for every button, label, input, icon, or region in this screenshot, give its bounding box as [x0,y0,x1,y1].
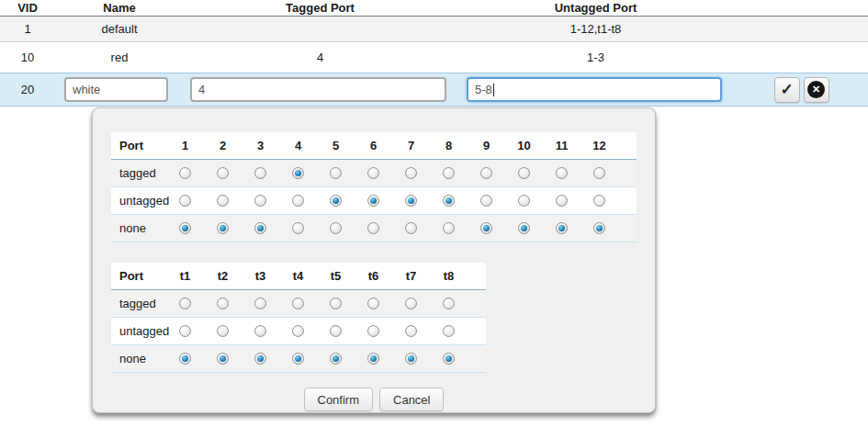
port-column-header-4: 4 [279,139,317,152]
radio-none-port-2[interactable] [217,222,229,234]
radio-cell [468,222,505,234]
radio-none-port-6[interactable] [367,222,379,234]
radio-cell [166,325,204,337]
column-header-vid: VID [0,0,55,16]
radio-none-port-10[interactable] [518,222,530,234]
radio-tagged-port-1[interactable] [179,167,191,179]
radio-cell [355,222,392,234]
radio-untagged-port-1[interactable] [179,195,191,207]
port-column-header-t4: t4 [279,269,317,283]
cancel-button[interactable]: Cancel [379,388,444,411]
discard-button[interactable]: ✕ [804,77,829,103]
radio-none-port-11[interactable] [556,222,568,234]
vlan-row-default[interactable]: 1 default 1-12,t1-t8 [0,17,868,42]
radio-cell [166,353,204,365]
radio-untagged-port-12[interactable] [593,195,605,207]
radio-tagged-port-10[interactable] [518,167,530,179]
radio-tagged-port-6[interactable] [367,167,379,179]
radio-none-port-t4[interactable] [292,353,304,365]
radio-tagged-port-4[interactable] [292,167,304,179]
apply-button[interactable]: ✓ [774,77,800,103]
radio-untagged-port-t2[interactable] [217,325,229,337]
confirm-button[interactable]: Confirm [304,388,374,411]
mode-label-none: none [111,221,166,235]
radio-none-port-t8[interactable] [443,353,455,365]
radio-untagged-port-t5[interactable] [330,325,342,337]
radio-tagged-port-t6[interactable] [367,298,379,309]
vlan-edit-row: 20 5-8 ✓ ✕ [0,73,868,107]
radio-none-port-t1[interactable] [179,353,191,365]
port-header-label: Port [111,269,166,283]
radio-cell [543,167,581,179]
port-column-header-10: 10 [505,139,543,152]
radio-cell [392,353,430,365]
radio-cell [204,298,242,309]
radio-untagged-port-6[interactable] [367,195,379,207]
radio-none-port-12[interactable] [593,222,605,234]
radio-none-port-9[interactable] [480,222,492,234]
radio-none-port-8[interactable] [443,222,455,234]
radio-none-port-3[interactable] [254,222,266,234]
untagged-port-cell: 1-3 [457,42,735,73]
radio-untagged-port-9[interactable] [480,195,492,207]
radio-untagged-port-t3[interactable] [254,325,266,337]
vlan-row-red[interactable]: 10 red 4 1-3 [0,42,868,73]
radio-tagged-port-t4[interactable] [292,298,304,309]
radio-none-port-t2[interactable] [217,353,229,365]
radio-untagged-port-8[interactable] [443,195,455,207]
radio-untagged-port-7[interactable] [405,195,417,207]
radio-untagged-port-11[interactable] [556,195,568,207]
radio-tagged-port-t8[interactable] [443,298,455,309]
radio-untagged-port-t4[interactable] [292,325,304,337]
radio-cell [242,167,279,179]
port-column-header-6: 6 [355,139,392,152]
radio-cell [355,167,392,179]
radio-untagged-port-t7[interactable] [405,325,417,337]
radio-none-port-4[interactable] [292,222,304,234]
radio-untagged-port-t6[interactable] [367,325,379,337]
radio-none-port-t6[interactable] [367,353,379,365]
radio-untagged-port-t1[interactable] [179,325,191,337]
radio-untagged-port-5[interactable] [330,195,342,207]
port-table-header-row: Portt1t2t3t4t5t6t7t8 [111,263,486,290]
radio-tagged-port-12[interactable] [593,167,605,179]
radio-cell [279,325,317,337]
radio-tagged-port-11[interactable] [556,167,568,179]
radio-cell [317,353,355,365]
radio-none-port-t7[interactable] [405,353,417,365]
column-header-name: Name [55,0,184,16]
radio-none-port-t5[interactable] [330,353,342,365]
radio-cell [204,167,242,179]
edit-actions-cell: ✓ ✕ [735,73,868,106]
check-icon: ✓ [780,82,793,97]
radio-tagged-port-t5[interactable] [330,298,342,309]
radio-untagged-port-4[interactable] [292,195,304,207]
radio-tagged-port-5[interactable] [330,167,342,179]
radio-tagged-port-3[interactable] [254,167,266,179]
port-column-header-t5: t5 [317,269,355,283]
radio-untagged-port-t8[interactable] [443,325,455,337]
vlan-name-input[interactable] [64,77,168,102]
radio-tagged-port-t2[interactable] [217,298,229,309]
untagged-port-input[interactable]: 5-8 [467,77,722,102]
radio-cell [279,298,317,309]
radio-tagged-port-8[interactable] [443,167,455,179]
radio-cell [355,195,392,207]
radio-none-port-5[interactable] [330,222,342,234]
tagged-port-input[interactable] [190,77,446,102]
radio-none-port-1[interactable] [179,222,191,234]
radio-untagged-port-2[interactable] [217,195,229,207]
radio-tagged-port-t3[interactable] [254,298,266,309]
column-header-untagged-port: Untagged Port [457,0,735,16]
radio-untagged-port-3[interactable] [254,195,266,207]
radio-tagged-port-7[interactable] [405,167,417,179]
radio-tagged-port-2[interactable] [217,167,229,179]
radio-tagged-port-t7[interactable] [405,298,417,309]
radio-untagged-port-10[interactable] [518,195,530,207]
radio-cell [392,222,430,234]
radio-tagged-port-9[interactable] [480,167,492,179]
radio-none-port-t3[interactable] [254,353,266,365]
radio-none-port-7[interactable] [405,222,417,234]
radio-tagged-port-t1[interactable] [179,298,191,309]
radio-cell [279,167,317,179]
